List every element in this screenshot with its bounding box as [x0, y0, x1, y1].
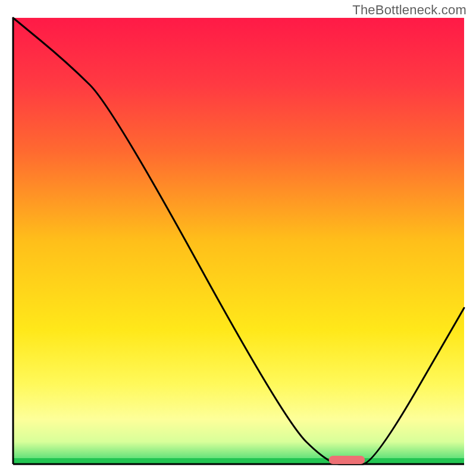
chart-container: TheBottleneck.com — [0, 0, 476, 476]
watermark-label: TheBottleneck.com — [352, 2, 466, 18]
optimal-marker — [329, 456, 365, 464]
plot-background — [13, 18, 464, 464]
bottleneck-chart — [0, 0, 476, 476]
